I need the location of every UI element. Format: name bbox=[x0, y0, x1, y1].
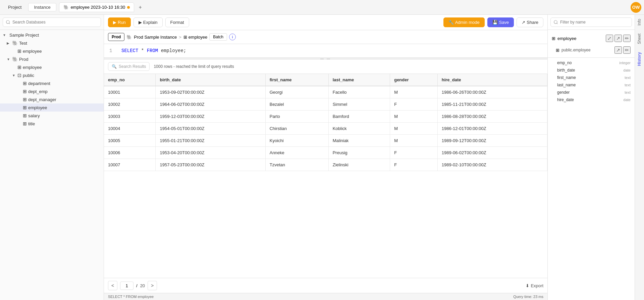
nav-tabs: Project Instance bbox=[3, 3, 56, 11]
field-type: text bbox=[625, 90, 631, 94]
panel-sub-table: ⊞ public.employee ↗ ✏ bbox=[548, 44, 635, 56]
run-button[interactable]: ▶ Run bbox=[108, 17, 131, 27]
share-icon: ↗ bbox=[522, 20, 525, 25]
batch-badge[interactable]: Batch bbox=[209, 33, 227, 41]
sidebar-tree-item[interactable]: ⊞ dept_manager bbox=[0, 95, 104, 103]
format-button[interactable]: Format bbox=[165, 17, 189, 27]
results-header: 🔍 Search Results 1000 rows - reached the… bbox=[104, 59, 547, 74]
share-button[interactable]: ↗ Share bbox=[517, 17, 543, 27]
sidebar-tree-item[interactable]: ⊞ employee bbox=[0, 63, 104, 71]
results-table-wrap: emp_nobirth_datefirst_namelast_namegende… bbox=[104, 74, 547, 278]
export-button[interactable]: ⬇ Export bbox=[526, 283, 543, 288]
tree-label: public bbox=[23, 73, 34, 78]
table-header-gender: gender bbox=[390, 74, 438, 86]
sidebar-tree-item[interactable]: ▼ Sample Project bbox=[0, 31, 104, 39]
tree-icon: 🐘 bbox=[12, 56, 18, 62]
sidebar-tree-item[interactable]: ⊞ department bbox=[0, 79, 104, 87]
tree-label: salary bbox=[28, 113, 40, 118]
page-number-input[interactable] bbox=[120, 282, 133, 290]
sidebar-tree-item[interactable]: ⊞ employee bbox=[0, 103, 104, 112]
table-row: 100061953-04-20T00:00:00ZAnnekePreusigF1… bbox=[104, 147, 547, 159]
tree-label: dept_emp bbox=[28, 89, 48, 94]
next-page-button[interactable]: > bbox=[148, 281, 157, 290]
table-cell: 10001 bbox=[104, 86, 156, 98]
right-panel-filter-area bbox=[548, 15, 635, 30]
table-row: 100051955-01-21T00:00:00ZKyoichiMaliniak… bbox=[104, 135, 547, 147]
table-cell: 10004 bbox=[104, 123, 156, 135]
explain-icon: ▶ bbox=[139, 20, 142, 25]
table-name-label: employee bbox=[557, 36, 576, 41]
tab-project[interactable]: Project bbox=[3, 3, 27, 11]
panel-edit-button[interactable]: ✏ bbox=[623, 35, 631, 42]
tree-label: employee bbox=[28, 105, 47, 110]
tab-modified-dot bbox=[127, 6, 130, 9]
prod-badge[interactable]: Prod bbox=[108, 33, 124, 41]
add-tab-button[interactable]: + bbox=[136, 3, 145, 12]
right-tab-info[interactable]: Info bbox=[635, 15, 644, 30]
info-button[interactable]: i bbox=[229, 34, 236, 40]
search-databases-input[interactable] bbox=[3, 17, 101, 27]
table-cell: Kyoichi bbox=[265, 135, 328, 147]
prev-page-button[interactable]: < bbox=[108, 281, 117, 290]
tree-icon: ⊞ bbox=[23, 81, 27, 86]
explain-button[interactable]: ▶ Explain bbox=[133, 17, 163, 27]
panel-expand-button[interactable]: ⤢ bbox=[606, 35, 613, 42]
sub-table-external-button[interactable]: ↗ bbox=[614, 46, 622, 54]
sidebar-tree-item[interactable]: ⊞ title bbox=[0, 120, 104, 128]
panel-external-button[interactable]: ↗ bbox=[614, 35, 622, 42]
table-cell: 1955-01-21T00:00:00Z bbox=[156, 135, 265, 147]
field-row: birth_date date bbox=[548, 67, 635, 74]
field-name: hire_date bbox=[557, 97, 574, 102]
active-query-tab[interactable]: 🐘 employee 2023-10-10 16:30 bbox=[59, 2, 135, 12]
tree-arrow: ▼ bbox=[7, 57, 11, 61]
save-button[interactable]: 💾 Save bbox=[487, 17, 514, 27]
field-type: integer bbox=[619, 61, 631, 65]
filter-by-name-input[interactable] bbox=[550, 17, 632, 27]
total-pages: 20 bbox=[140, 283, 145, 288]
pagination: < / 20 > ⬇ Export bbox=[104, 278, 547, 293]
editor-line-1: 1 SELECT * FROM employee; bbox=[109, 48, 542, 53]
admin-mode-button[interactable]: 🔧 Admin mode bbox=[443, 17, 485, 27]
table-cell: 1985-11-21T00:00:00Z bbox=[437, 98, 547, 111]
table-cell: Bamford bbox=[328, 111, 390, 123]
tab-bar: Project Instance 🐘 employee 2023-10-10 1… bbox=[0, 0, 644, 15]
sidebar-tree-item[interactable]: ⊞ employee bbox=[0, 47, 104, 55]
sidebar-tree-item[interactable]: ⊞ dept_emp bbox=[0, 87, 104, 95]
table-cell: 1953-04-20T00:00:00Z bbox=[156, 147, 265, 159]
sidebar-tree-item[interactable]: ▼ 🐘 Prod bbox=[0, 55, 104, 63]
field-list: emp_no integer birth_date date first_nam… bbox=[548, 59, 635, 103]
table-header-last_name: last_name bbox=[328, 74, 390, 86]
breadcrumb-separator: > bbox=[179, 35, 181, 40]
sidebar-tree-item[interactable]: ▼ ⊡ public bbox=[0, 71, 104, 79]
tree-icon: ⊞ bbox=[23, 121, 27, 126]
sql-editor[interactable]: 1 SELECT * FROM employee; bbox=[104, 44, 547, 57]
table-cell: F bbox=[390, 147, 438, 159]
search-results-area[interactable]: 🔍 Search Results bbox=[108, 62, 150, 71]
sub-table-edit-button[interactable]: ✏ bbox=[623, 46, 631, 54]
line-number: 1 bbox=[109, 48, 116, 53]
tab-label: employee 2023-10-10 16:30 bbox=[71, 5, 125, 10]
table-header-first_name: first_name bbox=[265, 74, 328, 86]
tree-label: dept_manager bbox=[28, 97, 56, 102]
tab-instance[interactable]: Instance bbox=[28, 3, 56, 11]
sidebar-tree-item[interactable]: ⊞ salary bbox=[0, 112, 104, 120]
table-cell: Chirstian bbox=[265, 123, 328, 135]
panel-table-name: ⊞ employee bbox=[552, 36, 576, 41]
table-cell: 1957-05-23T00:00:00Z bbox=[156, 159, 265, 171]
sidebar-tree-item[interactable]: ▶ 🐘 Test bbox=[0, 39, 104, 47]
user-avatar[interactable]: OW bbox=[631, 2, 641, 13]
instance-breadcrumb: 🐘 Prod Sample Instance bbox=[126, 35, 177, 40]
field-name: gender bbox=[557, 90, 570, 95]
field-name: last_name bbox=[557, 83, 576, 87]
table-cell: 10006 bbox=[104, 147, 156, 159]
right-tab-sheet[interactable]: Sheet bbox=[635, 30, 644, 48]
query-toolbar: ▶ Run ▶ Explain Format 🔧 Admin mode 💾 Sa… bbox=[104, 15, 547, 30]
results-table: emp_nobirth_datefirst_namelast_namegende… bbox=[104, 74, 547, 171]
table-cell: Bezalel bbox=[265, 98, 328, 111]
table-row: 100011953-09-02T00:00:00ZGeorgiFacelloM1… bbox=[104, 86, 547, 98]
table-row: 100041954-05-01T00:00:00ZChirstianKoblic… bbox=[104, 123, 547, 135]
sidebar: ▼ Sample Project ▶ 🐘 Test ⊞ employee ▼ 🐘… bbox=[0, 15, 104, 300]
right-tab-history[interactable]: History bbox=[635, 48, 644, 70]
sub-table-icon: ⊞ bbox=[556, 48, 559, 53]
tree-label: employee bbox=[23, 65, 42, 70]
